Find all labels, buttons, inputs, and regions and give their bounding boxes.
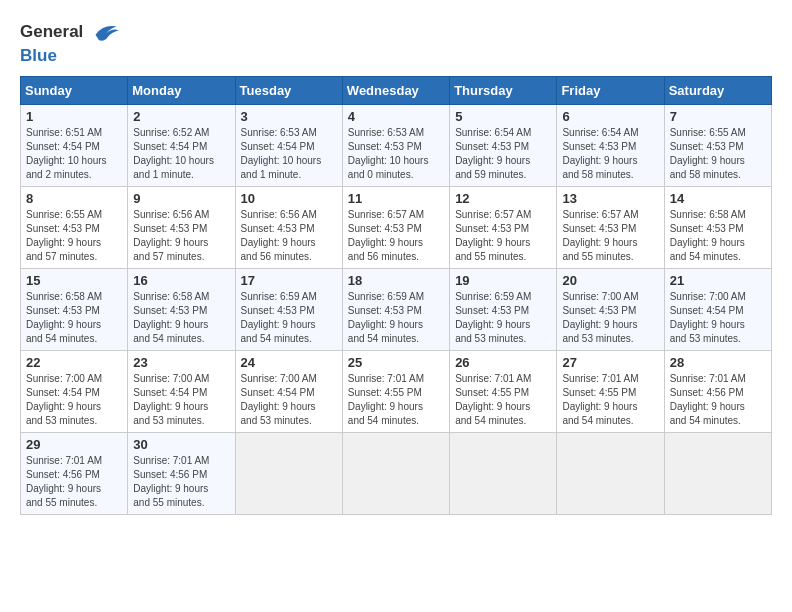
day-number: 12 [455, 191, 551, 206]
day-info: Sunrise: 7:00 AM Sunset: 4:54 PM Dayligh… [670, 290, 766, 346]
calendar-cell: 1Sunrise: 6:51 AM Sunset: 4:54 PM Daylig… [21, 104, 128, 186]
day-number: 2 [133, 109, 229, 124]
day-number: 16 [133, 273, 229, 288]
day-info: Sunrise: 6:53 AM Sunset: 4:54 PM Dayligh… [241, 126, 337, 182]
weekday-header: Friday [557, 76, 664, 104]
day-info: Sunrise: 7:01 AM Sunset: 4:56 PM Dayligh… [670, 372, 766, 428]
calendar-cell: 6Sunrise: 6:54 AM Sunset: 4:53 PM Daylig… [557, 104, 664, 186]
day-info: Sunrise: 7:01 AM Sunset: 4:55 PM Dayligh… [455, 372, 551, 428]
day-info: Sunrise: 6:56 AM Sunset: 4:53 PM Dayligh… [133, 208, 229, 264]
day-info: Sunrise: 6:52 AM Sunset: 4:54 PM Dayligh… [133, 126, 229, 182]
day-info: Sunrise: 6:58 AM Sunset: 4:53 PM Dayligh… [133, 290, 229, 346]
day-info: Sunrise: 7:00 AM Sunset: 4:54 PM Dayligh… [241, 372, 337, 428]
calendar-cell: 7Sunrise: 6:55 AM Sunset: 4:53 PM Daylig… [664, 104, 771, 186]
calendar-cell: 29Sunrise: 7:01 AM Sunset: 4:56 PM Dayli… [21, 432, 128, 514]
calendar-cell: 25Sunrise: 7:01 AM Sunset: 4:55 PM Dayli… [342, 350, 449, 432]
day-info: Sunrise: 7:01 AM Sunset: 4:55 PM Dayligh… [348, 372, 444, 428]
day-info: Sunrise: 6:57 AM Sunset: 4:53 PM Dayligh… [562, 208, 658, 264]
day-info: Sunrise: 7:00 AM Sunset: 4:53 PM Dayligh… [562, 290, 658, 346]
calendar-cell: 12Sunrise: 6:57 AM Sunset: 4:53 PM Dayli… [450, 186, 557, 268]
day-number: 26 [455, 355, 551, 370]
calendar-cell: 3Sunrise: 6:53 AM Sunset: 4:54 PM Daylig… [235, 104, 342, 186]
day-info: Sunrise: 7:00 AM Sunset: 4:54 PM Dayligh… [133, 372, 229, 428]
calendar-cell: 22Sunrise: 7:00 AM Sunset: 4:54 PM Dayli… [21, 350, 128, 432]
day-info: Sunrise: 6:54 AM Sunset: 4:53 PM Dayligh… [562, 126, 658, 182]
calendar-cell [450, 432, 557, 514]
day-info: Sunrise: 6:57 AM Sunset: 4:53 PM Dayligh… [455, 208, 551, 264]
day-info: Sunrise: 6:59 AM Sunset: 4:53 PM Dayligh… [348, 290, 444, 346]
day-number: 11 [348, 191, 444, 206]
day-number: 29 [26, 437, 122, 452]
calendar-cell [235, 432, 342, 514]
day-info: Sunrise: 6:57 AM Sunset: 4:53 PM Dayligh… [348, 208, 444, 264]
day-info: Sunrise: 6:58 AM Sunset: 4:53 PM Dayligh… [670, 208, 766, 264]
weekday-header: Thursday [450, 76, 557, 104]
calendar-cell: 9Sunrise: 6:56 AM Sunset: 4:53 PM Daylig… [128, 186, 235, 268]
day-info: Sunrise: 6:59 AM Sunset: 4:53 PM Dayligh… [455, 290, 551, 346]
calendar-cell: 28Sunrise: 7:01 AM Sunset: 4:56 PM Dayli… [664, 350, 771, 432]
calendar-cell: 14Sunrise: 6:58 AM Sunset: 4:53 PM Dayli… [664, 186, 771, 268]
calendar-cell [664, 432, 771, 514]
day-number: 23 [133, 355, 229, 370]
calendar-cell: 10Sunrise: 6:56 AM Sunset: 4:53 PM Dayli… [235, 186, 342, 268]
day-number: 9 [133, 191, 229, 206]
day-number: 28 [670, 355, 766, 370]
day-number: 22 [26, 355, 122, 370]
weekday-header: Monday [128, 76, 235, 104]
weekday-header: Tuesday [235, 76, 342, 104]
day-number: 3 [241, 109, 337, 124]
day-number: 6 [562, 109, 658, 124]
calendar-cell: 16Sunrise: 6:58 AM Sunset: 4:53 PM Dayli… [128, 268, 235, 350]
day-info: Sunrise: 7:00 AM Sunset: 4:54 PM Dayligh… [26, 372, 122, 428]
weekday-header: Sunday [21, 76, 128, 104]
day-info: Sunrise: 7:01 AM Sunset: 4:56 PM Dayligh… [26, 454, 122, 510]
weekday-header: Wednesday [342, 76, 449, 104]
day-number: 10 [241, 191, 337, 206]
logo-line2: Blue [20, 46, 120, 66]
day-info: Sunrise: 6:55 AM Sunset: 4:53 PM Dayligh… [26, 208, 122, 264]
day-number: 27 [562, 355, 658, 370]
day-number: 19 [455, 273, 551, 288]
day-number: 21 [670, 273, 766, 288]
calendar-header-row: SundayMondayTuesdayWednesdayThursdayFrid… [21, 76, 772, 104]
day-number: 7 [670, 109, 766, 124]
day-number: 30 [133, 437, 229, 452]
calendar-cell: 20Sunrise: 7:00 AM Sunset: 4:53 PM Dayli… [557, 268, 664, 350]
day-number: 24 [241, 355, 337, 370]
day-info: Sunrise: 6:51 AM Sunset: 4:54 PM Dayligh… [26, 126, 122, 182]
day-number: 17 [241, 273, 337, 288]
calendar-week-row: 22Sunrise: 7:00 AM Sunset: 4:54 PM Dayli… [21, 350, 772, 432]
day-info: Sunrise: 7:01 AM Sunset: 4:55 PM Dayligh… [562, 372, 658, 428]
calendar-week-row: 15Sunrise: 6:58 AM Sunset: 4:53 PM Dayli… [21, 268, 772, 350]
day-info: Sunrise: 7:01 AM Sunset: 4:56 PM Dayligh… [133, 454, 229, 510]
calendar-cell: 19Sunrise: 6:59 AM Sunset: 4:53 PM Dayli… [450, 268, 557, 350]
day-number: 5 [455, 109, 551, 124]
calendar-cell: 23Sunrise: 7:00 AM Sunset: 4:54 PM Dayli… [128, 350, 235, 432]
calendar-cell: 17Sunrise: 6:59 AM Sunset: 4:53 PM Dayli… [235, 268, 342, 350]
day-number: 18 [348, 273, 444, 288]
day-info: Sunrise: 6:54 AM Sunset: 4:53 PM Dayligh… [455, 126, 551, 182]
logo-line1: General [20, 20, 120, 46]
calendar-cell: 4Sunrise: 6:53 AM Sunset: 4:53 PM Daylig… [342, 104, 449, 186]
calendar-cell [342, 432, 449, 514]
day-info: Sunrise: 6:58 AM Sunset: 4:53 PM Dayligh… [26, 290, 122, 346]
calendar-cell [557, 432, 664, 514]
day-number: 25 [348, 355, 444, 370]
day-number: 20 [562, 273, 658, 288]
weekday-header: Saturday [664, 76, 771, 104]
calendar-cell: 27Sunrise: 7:01 AM Sunset: 4:55 PM Dayli… [557, 350, 664, 432]
day-info: Sunrise: 6:59 AM Sunset: 4:53 PM Dayligh… [241, 290, 337, 346]
day-info: Sunrise: 6:56 AM Sunset: 4:53 PM Dayligh… [241, 208, 337, 264]
day-number: 8 [26, 191, 122, 206]
day-info: Sunrise: 6:53 AM Sunset: 4:53 PM Dayligh… [348, 126, 444, 182]
calendar-cell: 30Sunrise: 7:01 AM Sunset: 4:56 PM Dayli… [128, 432, 235, 514]
calendar-week-row: 1Sunrise: 6:51 AM Sunset: 4:54 PM Daylig… [21, 104, 772, 186]
calendar-table: SundayMondayTuesdayWednesdayThursdayFrid… [20, 76, 772, 515]
calendar-cell: 24Sunrise: 7:00 AM Sunset: 4:54 PM Dayli… [235, 350, 342, 432]
calendar-cell: 15Sunrise: 6:58 AM Sunset: 4:53 PM Dayli… [21, 268, 128, 350]
calendar-week-row: 29Sunrise: 7:01 AM Sunset: 4:56 PM Dayli… [21, 432, 772, 514]
calendar-cell: 18Sunrise: 6:59 AM Sunset: 4:53 PM Dayli… [342, 268, 449, 350]
calendar-cell: 5Sunrise: 6:54 AM Sunset: 4:53 PM Daylig… [450, 104, 557, 186]
day-number: 14 [670, 191, 766, 206]
calendar-cell: 2Sunrise: 6:52 AM Sunset: 4:54 PM Daylig… [128, 104, 235, 186]
